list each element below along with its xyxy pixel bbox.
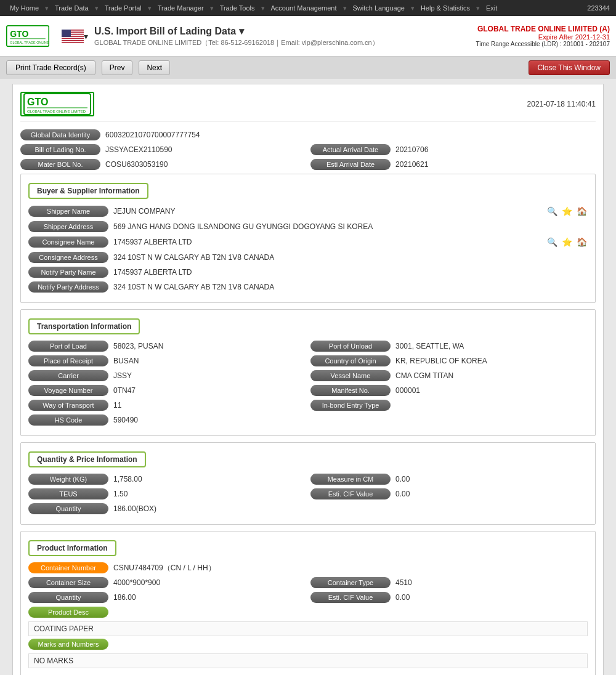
nav-tradetools[interactable]: Trade Tools <box>216 4 259 12</box>
mater-bol-row: Mater BOL No. COSU6303053190 Esti Arriva… <box>20 159 596 170</box>
page-title-area: U.S. Import Bill of Lading Data ▾ GLOBAL… <box>94 25 476 47</box>
notify-name-value: 1745937 ALBERTA LTD <box>113 268 588 277</box>
transport-value: 11 <box>113 401 306 410</box>
nav-tradeportal[interactable]: Trade Portal <box>101 4 145 12</box>
expire-date: Expire After 2021-12-31 <box>476 33 610 41</box>
container-size-col: Container Size 4000*900*900 <box>28 577 306 588</box>
vessel-value: CMA CGM TITAN <box>395 371 588 380</box>
nav-tradedata[interactable]: Trade Data <box>51 4 92 12</box>
logo-area: GTO GLOBAL TRADE ONLINE <box>6 22 49 50</box>
transport-col: Way of Transport 11 <box>28 400 306 411</box>
notify-name-label: Notify Party Name <box>28 267 108 278</box>
port-load-value: 58023, PUSAN <box>113 342 306 350</box>
notify-name-row: Notify Party Name 1745937 ALBERTA LTD <box>28 267 588 278</box>
inbond-label: In-bond Entry Type <box>310 400 391 411</box>
consignee-home-icon[interactable]: 🏠 <box>575 236 588 248</box>
nav-exit[interactable]: Exit <box>482 4 501 12</box>
user-id: 223344 <box>587 4 610 12</box>
nav-helpstats[interactable]: Help & Statistics <box>417 4 474 12</box>
nav-accountmgmt[interactable]: Account Management <box>267 4 341 12</box>
shipper-address-row: Shipper Address 569 JANG HANG DONG ILSAN… <box>28 221 588 232</box>
svg-rect-11 <box>62 30 71 37</box>
transport-section: Transportation Information Port of Load … <box>20 309 596 436</box>
product-desc-label: Product Desc <box>28 607 108 618</box>
cif2-label: Esti. CIF Value <box>310 592 391 603</box>
shipper-icons: 🔍 ⭐ 🏠 <box>546 205 588 217</box>
flag-dropdown[interactable]: ▾ <box>84 31 88 41</box>
consignee-address-label: Consignee Address <box>28 252 108 263</box>
manifest-label: Manifest No. <box>310 385 391 396</box>
carrier-col: Carrier JSSY <box>28 370 306 381</box>
mater-bol-label: Mater BOL No. <box>20 159 100 170</box>
measure-label: Measure in CM <box>310 474 391 485</box>
consignee-star-icon[interactable]: ⭐ <box>561 236 573 248</box>
bol-no-value: JSSYACEX2110590 <box>105 145 306 154</box>
card-logo-svg: GTO GLOBAL TRADE ONLINE LIMITED <box>23 93 91 115</box>
teus-label: TEUS <box>28 488 108 499</box>
print-button-top[interactable]: Print Trade Record(s) <box>6 60 95 75</box>
time-range: Time Range Accessible (LDR) : 201001 - 2… <box>476 41 610 47</box>
weight-label: Weight (KG) <box>28 474 108 485</box>
product-desc-row: Product Desc <box>28 607 588 618</box>
svg-text:GTO: GTO <box>10 29 28 39</box>
container-number-row: Container Number CSNU7484709（CN / L / HH… <box>28 562 588 573</box>
buyer-supplier-header: Buyer & Supplier Information <box>28 183 148 199</box>
hs-code-row: HS Code 590490 <box>28 414 588 426</box>
shipper-search-icon[interactable]: 🔍 <box>546 205 558 217</box>
container-type-col: Container Type 4510 <box>310 577 588 588</box>
product-header: Product Information <box>28 540 116 556</box>
shipper-name-row: Shipper Name JEJUN COMPANY 🔍 ⭐ 🏠 <box>28 205 588 217</box>
manifest-col: Manifest No. 000001 <box>310 385 588 396</box>
page-title: U.S. Import Bill of Lading Data ▾ <box>94 25 476 37</box>
svg-rect-8 <box>62 36 84 38</box>
qty-section: Quantity & Price Information Weight (KG)… <box>20 442 596 525</box>
receipt-label: Place of Receipt <box>28 355 108 366</box>
carrier-vessel-row: Carrier JSSY Vessel Name CMA CGM TITAN <box>28 370 588 381</box>
voyage-col: Voyage Number 0TN47 <box>28 385 306 396</box>
flag-area[interactable]: ▾ <box>62 30 88 43</box>
consignee-name-label: Consignee Name <box>28 236 108 248</box>
transport-label: Way of Transport <box>28 400 108 411</box>
consignee-icons: 🔍 ⭐ 🏠 <box>546 236 588 248</box>
consignee-search-icon[interactable]: 🔍 <box>546 236 558 248</box>
prev-button-top[interactable]: Prev <box>102 60 133 75</box>
marks-label: Marks and Numbers <box>28 639 108 650</box>
marks-row: Marks and Numbers <box>28 639 588 650</box>
nav-switchlang[interactable]: Switch Language <box>349 4 408 12</box>
shipper-star-icon[interactable]: ⭐ <box>561 205 573 217</box>
port-unload-label: Port of Unload <box>310 341 391 352</box>
close-button-top[interactable]: Close This Window <box>529 60 610 75</box>
actual-arrival-col: Actual Arrival Date 20210706 <box>310 144 596 155</box>
account-info: GLOBAL TRADE ONLINE LIMITED (A) Expire A… <box>476 25 610 47</box>
weight-col: Weight (KG) 1,758.00 <box>28 474 306 485</box>
company-name: GLOBAL TRADE ONLINE LIMITED (A) <box>476 25 610 33</box>
qty-row: Quantity 186.00(BOX) <box>28 503 588 514</box>
container-size-label: Container Size <box>28 577 108 588</box>
qty2-label: Quantity <box>28 592 108 603</box>
nav-myhome[interactable]: My Home <box>6 4 43 12</box>
nav-items: My Home ▾ Trade Data ▾ Trade Portal ▾ Tr… <box>6 4 501 12</box>
svg-rect-10 <box>62 41 84 42</box>
qty2-value: 186.00 <box>113 593 306 602</box>
header-bar: GTO GLOBAL TRADE ONLINE ▾ U.S. Import Bi… <box>0 16 616 57</box>
next-button-top[interactable]: Next <box>139 60 170 75</box>
voyage-value: 0TN47 <box>113 386 306 395</box>
nav-trademanager[interactable]: Trade Manager <box>154 4 208 12</box>
shipper-home-icon[interactable]: 🏠 <box>575 205 588 217</box>
card-logo: GTO GLOBAL TRADE ONLINE LIMITED <box>20 92 94 116</box>
global-data-value: 60032021070700007777754 <box>105 131 596 139</box>
global-data-label: Global Data Identity <box>20 129 100 140</box>
consignee-name-value: 1745937 ALBERTA LTD <box>113 238 538 246</box>
transport-inbond-row: Way of Transport 11 In-bond Entry Type <box>28 400 588 411</box>
main-content: GTO GLOBAL TRADE ONLINE LIMITED 2021-07-… <box>0 79 616 675</box>
consignee-address-value: 324 10ST N W CALGARY AB T2N 1V8 CANADA <box>113 253 588 262</box>
buyer-supplier-section: Buyer & Supplier Information Shipper Nam… <box>20 174 596 303</box>
marks-value: NO MARKS <box>28 653 588 668</box>
notify-address-row: Notify Party Address 324 10ST N W CALGAR… <box>28 281 588 293</box>
qty-value: 186.00(BOX) <box>113 504 588 513</box>
shipper-name-value: JEJUN COMPANY <box>113 207 538 216</box>
cif-col: Esti. CIF Value 0.00 <box>310 488 588 499</box>
bol-arrival-row: Bill of Lading No. JSSYACEX2110590 Actua… <box>20 144 596 155</box>
receipt-col: Place of Receipt BUSAN <box>28 355 306 366</box>
record-card: GTO GLOBAL TRADE ONLINE LIMITED 2021-07-… <box>12 84 604 675</box>
